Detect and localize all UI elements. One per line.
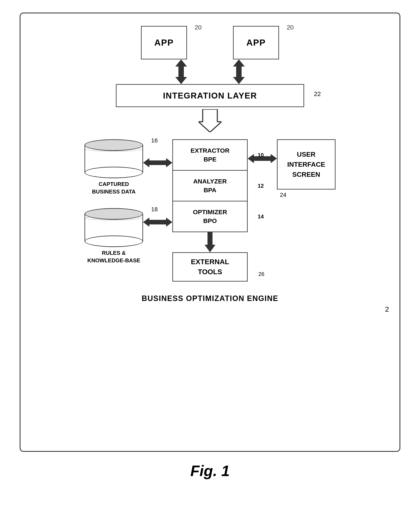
app-arrows-row <box>175 60 245 84</box>
optimizer-ref: 14 <box>258 213 264 220</box>
diagram-area: 20 APP 20 APP <box>37 26 383 303</box>
big-down-arrow-svg <box>198 109 222 132</box>
app2-box: APP <box>233 26 279 60</box>
arrow-shaft-1 <box>178 67 184 77</box>
arrow-shaft-2 <box>236 67 242 77</box>
app2-label: APP <box>246 38 266 48</box>
captured-db-container: 16 CAPTURED BUSINESS DA <box>84 139 143 195</box>
arrow-right-2 <box>166 218 172 227</box>
app2-arrow <box>233 60 245 84</box>
optimizer-to-tools-arrow <box>205 232 215 252</box>
db1-bottom <box>84 167 143 178</box>
rules-db-cylinder <box>84 208 143 247</box>
rules-db-container: 18 RULES & KNOWLEDGE-BASE <box>84 208 143 264</box>
analyzer-label: ANALYZERBPA <box>193 177 227 195</box>
ui-screen-ref: 24 <box>280 192 286 198</box>
optimizer-box: OPTIMIZERBPO 14 <box>173 202 247 232</box>
big-arrow-down-area <box>198 109 222 133</box>
fig-label: Fig. 1 <box>190 462 230 479</box>
app1-box: APP <box>141 26 187 60</box>
app1-ref: 20 <box>195 24 202 31</box>
arrow-right-ui <box>271 154 277 163</box>
app2-ref: 20 <box>287 24 294 31</box>
tools-arrow-shaft <box>208 232 212 245</box>
extractor-box: EXTRACTORBPE 10 <box>173 140 247 171</box>
db-center-arrows <box>143 148 172 227</box>
tools-arrow-head <box>205 245 215 252</box>
extractor-label: EXTRACTORBPE <box>191 146 229 164</box>
ui-screen-box: USERINTERFACESCREEN <box>277 139 336 189</box>
outer-ref: 2 <box>385 305 389 313</box>
arrow-up-head-1 <box>175 60 187 67</box>
integration-layer-box: INTEGRATION LAYER <box>116 84 304 107</box>
analyzer-ref: 12 <box>258 182 264 189</box>
arrow-shaft-h1 <box>149 160 166 165</box>
captured-db-label: CAPTURED BUSINESS DATA <box>84 180 143 195</box>
arrow-shaft-h2 <box>149 220 166 225</box>
external-tools-container: EXTERNALTOOLS 26 <box>172 252 248 282</box>
fig-label-container: Fig. 1 <box>190 452 230 479</box>
integration-layer-container: INTEGRATION LAYER 22 <box>116 84 304 107</box>
rules-db-ref: 18 <box>151 206 158 213</box>
apps-row: 20 APP 20 APP <box>141 26 279 60</box>
arrow-down-head-2 <box>233 77 245 84</box>
diagram-container: 20 APP 20 APP <box>20 13 400 452</box>
optimizer-label: OPTIMIZERBPO <box>193 208 227 225</box>
captured-db-cylinder <box>84 139 143 178</box>
arrow-db1-center <box>143 158 172 167</box>
external-tools-box: EXTERNALTOOLS <box>172 252 248 282</box>
rules-db-label: RULES & KNOWLEDGE-BASE <box>84 249 143 264</box>
arrow-left-1 <box>143 158 149 167</box>
extractor-ref: 10 <box>258 151 264 159</box>
captured-db-ref: 16 <box>151 137 158 144</box>
db2-bottom <box>84 235 143 247</box>
arrow-down-head-1 <box>175 77 187 84</box>
integration-ref: 22 <box>314 90 321 98</box>
stack-boxes: EXTRACTORBPE 10 ANALYZERBPA 12 OPTIMIZER… <box>172 139 248 232</box>
external-tools-ref: 26 <box>258 271 264 277</box>
left-dbs: 16 CAPTURED BUSINESS DA <box>84 139 143 264</box>
bottom-label: BUSINESS OPTIMIZATION ENGINE <box>142 294 278 303</box>
ui-screen-label: USERINTERFACESCREEN <box>287 149 325 180</box>
db2-top <box>84 208 143 220</box>
svg-marker-0 <box>198 109 222 132</box>
arrow-db2-center <box>143 218 172 227</box>
integration-layer-label: INTEGRATION LAYER <box>163 91 257 100</box>
right-ui-container: USERINTERFACESCREEN 24 <box>277 139 336 198</box>
app2-container: 20 APP <box>233 26 279 60</box>
arrow-left-2 <box>143 218 149 227</box>
center-stack-container: EXTRACTORBPE 10 ANALYZERBPA 12 OPTIMIZER… <box>172 139 248 282</box>
db1-top <box>84 139 143 151</box>
arrow-left-ui <box>248 154 254 163</box>
app1-label: APP <box>154 38 174 48</box>
analyzer-box: ANALYZERBPA 12 <box>173 171 247 202</box>
middle-section: 16 CAPTURED BUSINESS DA <box>37 135 383 282</box>
title-label: BUSINESS OPTIMIZATION ENGINE <box>142 294 278 303</box>
arrow-up-head-2 <box>233 60 245 67</box>
app1-arrow <box>175 60 187 84</box>
app1-container: 20 APP <box>141 26 187 60</box>
external-tools-label: EXTERNALTOOLS <box>191 257 229 277</box>
arrow-right-1 <box>166 158 172 167</box>
